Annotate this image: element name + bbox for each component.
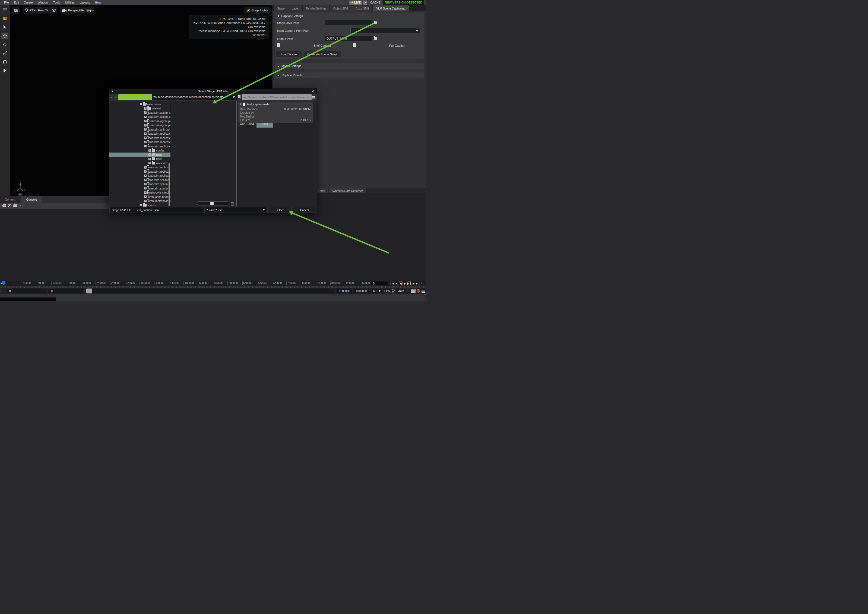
tree-item-isaacsim.replicato[interactable]: +isaacsim.replicato [109, 136, 170, 140]
live-button[interactable]: LIVE [349, 0, 362, 5]
rotate-tool-icon[interactable] [2, 41, 8, 48]
collapse-expander-icon[interactable]: − [140, 103, 142, 105]
tree-item-isaacsim.replicato[interactable]: +isaacsim.replicato [109, 132, 170, 136]
brief-caption-checkbox[interactable] [277, 43, 280, 47]
console-output[interactable] [0, 209, 272, 281]
play-forward-icon[interactable]: ▶ [403, 282, 407, 285]
thumbnail-size-handle[interactable] [210, 202, 214, 205]
audio-button[interactable]: ((●)) [86, 7, 95, 14]
tab-content[interactable]: Content [0, 196, 20, 203]
details-collapse-icon[interactable]: ▼ [240, 103, 241, 105]
tree-item-isaacsim.replicato[interactable]: −isaacsim.replicato [109, 144, 170, 149]
tree-item-isaacsim.spatial.s[interactable]: +isaacsim.spatial.s [109, 182, 170, 186]
tree-item-isaacsim.agent.pl[interactable]: +isaacsim.agent.pl [109, 123, 170, 127]
path-dropdown-icon[interactable]: ▼ [233, 96, 235, 99]
menu-help[interactable]: Help [93, 1, 104, 4]
current-frame-field[interactable]: 0 [371, 282, 388, 285]
full-caption-checkbox[interactable] [353, 43, 356, 47]
expand-expander-icon[interactable]: + [144, 136, 147, 139]
timeline-playhead[interactable] [2, 281, 5, 285]
output-path-browse-icon[interactable] [374, 37, 377, 40]
tab-actor-sdg[interactable]: Actor SDG [352, 5, 372, 11]
expand-expander-icon[interactable]: + [144, 175, 147, 177]
tree-item-isaacsim.spatial.s[interactable]: +isaacsim.spatial.s [109, 186, 170, 191]
tab-synthetic-data-recorder[interactable]: Synthetic Data Recorder [329, 188, 365, 193]
menu-layouts[interactable]: Layouts [77, 1, 93, 4]
range-start2-field[interactable]: 0 [48, 288, 84, 293]
clapperboard-icon[interactable] [411, 289, 415, 293]
dialog-menu-icon[interactable] [312, 96, 315, 99]
expand-expander-icon[interactable]: + [144, 128, 147, 130]
tree-item-scripts[interactable]: +scripts [109, 203, 170, 207]
tree-item-metropolis.simula[interactable]: +metropolis.simula [109, 191, 170, 195]
expand-expander-icon[interactable]: + [144, 183, 147, 185]
skip-to-end-icon[interactable]: ▶❙ [416, 282, 420, 285]
range-start-field[interactable]: 0 [6, 288, 46, 293]
fps-select[interactable]: 60 ▼ [370, 288, 383, 293]
tab-vlm-scene-captioning[interactable]: VLM Scene Captioning [373, 5, 409, 11]
play-icon[interactable] [2, 67, 8, 74]
tree-item-extensions[interactable]: −extensions [109, 102, 170, 106]
skip-to-start-icon[interactable]: ❙◀ [390, 282, 394, 285]
viewport-settings-button[interactable] [12, 7, 20, 14]
scale-tool-icon[interactable] [2, 50, 8, 56]
dialog-titlebar[interactable]: ▼ Select Stage USD File ✕ [109, 89, 316, 94]
tree-item-isaacsim[interactable]: +isaacsim [109, 161, 170, 165]
tree-item-isaacsim.anim.rob[interactable]: +isaacsim.anim.rob [109, 127, 170, 132]
tab-stage[interactable]: Stage [274, 5, 288, 11]
move-tool-icon[interactable] [2, 33, 8, 39]
menu-file[interactable]: File [2, 1, 11, 4]
file-type-filter-select[interactable]: *.usda;*.usd ▼ [205, 208, 267, 212]
output-path-input[interactable]: OUTPUT_PATH [325, 36, 372, 41]
cancel-button[interactable]: Cancel [292, 208, 317, 212]
menu-tools[interactable]: Tools [51, 1, 63, 4]
live-dropdown-chevron[interactable]: ▾ [363, 0, 367, 5]
next-frame-icon[interactable]: ▶❙ [408, 282, 411, 285]
expand-expander-icon[interactable]: + [144, 124, 147, 127]
step-forward-icon[interactable]: ▶ [412, 282, 415, 285]
menu-window[interactable]: Window [35, 1, 51, 4]
record-icon[interactable] [417, 289, 420, 293]
grid-view-icon[interactable] [231, 203, 234, 205]
key-icon[interactable] [391, 289, 394, 293]
stage-lights-button[interactable]: Stage Lights [244, 7, 271, 14]
bookmark-icon[interactable] [238, 95, 240, 99]
timeline-scrollbar-track[interactable] [85, 288, 335, 293]
tree-item-isaacsim.replicato[interactable]: +isaacsim.replicato [109, 165, 170, 170]
model-settings-section[interactable]: ▶ Model Settings [275, 63, 424, 69]
expand-expander-icon[interactable]: + [149, 149, 151, 152]
tree-item-isaacsim.replicato[interactable]: +isaacsim.replicato [109, 140, 170, 144]
search-input[interactable] [242, 94, 312, 100]
tree-item-config[interactable]: +config [109, 149, 170, 153]
expand-expander-icon[interactable]: + [144, 195, 147, 198]
tree-item-internal[interactable]: +internal [109, 106, 170, 111]
load-scene-button[interactable]: Load Scene [276, 51, 302, 57]
expand-expander-icon[interactable]: + [144, 141, 147, 143]
capture-icon[interactable] [2, 15, 8, 22]
expand-expander-icon[interactable]: + [144, 170, 147, 173]
open-log-folder-icon[interactable] [13, 205, 17, 207]
expand-expander-icon[interactable]: + [144, 132, 147, 135]
tree-scrollbar[interactable] [169, 163, 170, 206]
clear-console-icon[interactable]: ✕ [2, 203, 6, 208]
tree-item-omni.metropolis.u[interactable]: +omni.metropolis.u [109, 199, 170, 203]
expand-expander-icon[interactable]: + [144, 111, 147, 114]
loop-icon[interactable]: ↻ [420, 282, 424, 285]
tab-render-settings[interactable]: Render Settings [303, 5, 330, 11]
stage-usd-path-input[interactable] [325, 20, 372, 25]
expand-expander-icon[interactable]: + [144, 187, 147, 189]
tab-object-sdg[interactable]: Object SDG [330, 5, 352, 11]
nav-forward-icon[interactable]: › [115, 95, 116, 99]
toolbar-expand-chevron[interactable]: » [81, 8, 83, 12]
tree-item-isaacsim.agent.pl[interactable]: +isaacsim.agent.pl [109, 119, 170, 123]
thumbnail-size-slider[interactable] [197, 202, 229, 205]
expand-expander-icon[interactable]: + [140, 204, 142, 206]
console-prompt[interactable]: >_ [20, 205, 23, 208]
dialog-close-icon[interactable]: ✕ [312, 90, 314, 93]
expand-expander-icon[interactable]: + [149, 162, 151, 164]
expand-expander-icon[interactable]: + [144, 116, 147, 118]
select-button[interactable]: Select [268, 208, 291, 212]
menu-create[interactable]: Create [22, 1, 35, 4]
expand-expander-icon[interactable]: + [144, 120, 147, 122]
visibility-button[interactable] [50, 7, 57, 14]
